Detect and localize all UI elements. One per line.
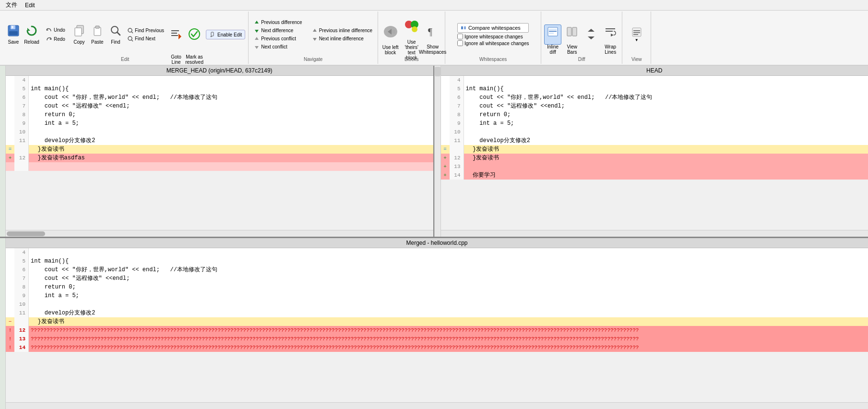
copy-label: Copy — [73, 39, 84, 45]
table-row: 10 — [441, 128, 868, 136]
redo-button[interactable]: Redo — [43, 35, 68, 44]
table-row — [6, 162, 433, 171]
prev-inline-diff-button[interactable]: Previous inline difference — [309, 27, 375, 35]
inline-diff-label: Inline diff — [547, 44, 559, 55]
table-row: 8 return 0; — [6, 283, 868, 291]
table-row: + 12 }发奋读书 — [441, 154, 868, 162]
merged-panel: Merged - helloworld.cpp 4 5 — [0, 238, 868, 409]
find-icon — [109, 24, 122, 39]
table-row: 4 — [6, 76, 433, 84]
redo-icon — [46, 36, 52, 43]
merged-scrollbar-h[interactable] — [6, 402, 868, 409]
find-button[interactable]: Find — [107, 24, 124, 45]
ignore-ws-checkbox[interactable] — [457, 34, 463, 39]
view-bars-button[interactable]: View Bars — [563, 24, 581, 45]
reload-button[interactable]: Reload — [23, 24, 40, 45]
diff-group-label: Diff — [544, 57, 619, 62]
table-row: 8 return 0; — [441, 110, 868, 119]
show-whitespaces-label: Show Whitespaces — [419, 44, 446, 55]
right-scrollbar-h[interactable] — [441, 230, 868, 237]
paste-button[interactable]: Paste — [89, 24, 106, 45]
find-prev-button[interactable]: Find Previous — [125, 27, 166, 35]
inline-diff-button[interactable]: Inline diff — [544, 24, 561, 45]
prev-conflict-icon — [254, 36, 260, 42]
left-panel-header: MERGE_HEAD (origin/HEAD, 637c2149) — [6, 66, 433, 76]
merged-left-margin — [0, 238, 6, 409]
next-inline-icon — [312, 36, 318, 42]
mark-resolved-button[interactable]: Mark as resolved — [186, 24, 203, 45]
svg-line-12 — [117, 32, 120, 35]
goto-icon — [168, 4, 184, 54]
undo-button[interactable]: Undo — [43, 26, 68, 35]
table-row: 9 int a = 5; — [441, 119, 868, 128]
next-conflict-button[interactable]: Next conflict — [251, 43, 304, 51]
find-next-button[interactable]: Find Next — [125, 35, 166, 43]
svg-rect-41 — [549, 33, 554, 34]
enable-edit-button[interactable]: Enable Edit — [206, 30, 245, 39]
show-whitespaces-button[interactable]: ¶ Show Whitespaces — [424, 24, 441, 45]
save-icon — [7, 24, 20, 39]
save-button[interactable]: Save — [5, 24, 22, 45]
table-row: = }发奋读书 — [441, 145, 868, 154]
goto-line-button[interactable]: Goto Line — [167, 24, 185, 45]
enable-edit-label: Enable Edit — [217, 32, 242, 37]
svg-point-21 — [189, 29, 200, 39]
ignore-all-ws-checkbox[interactable] — [457, 40, 463, 46]
use-left-block-button[interactable]: Use left block — [382, 24, 399, 45]
edit-group-label: Edit — [5, 57, 245, 62]
compare-whitespaces-button[interactable]: Compare whitespaces — [457, 23, 529, 33]
svg-marker-48 — [611, 34, 614, 36]
prev-conflict-button[interactable]: Previous conflict — [251, 35, 304, 43]
ignore-all-ws-option[interactable]: Ignore all whitespace changes — [457, 40, 529, 46]
left-scrollbar-h[interactable] — [6, 230, 433, 237]
table-row: 11 develop分支修改2 — [6, 309, 868, 317]
menu-edit[interactable]: Edit — [21, 1, 39, 10]
svg-rect-37 — [464, 26, 466, 29]
svg-rect-42 — [567, 27, 571, 36]
table-row: 7 cout << "远程修改" <<endl; — [441, 102, 868, 110]
merged-header: Merged - helloworld.cpp — [6, 238, 868, 248]
table-row: 11 develop分支修改2 — [6, 136, 433, 145]
prev-diff-button[interactable]: Previous difference — [251, 19, 304, 26]
whitespace-options: Compare whitespaces Ignore whitespace ch… — [457, 23, 529, 46]
navigate-group-inner: Previous difference Next difference Prev… — [251, 13, 375, 56]
left-panel-body[interactable]: 4 5 int main(){ 6 cout << "你好，世界,world" … — [6, 76, 433, 230]
inline-navigate-buttons: Previous inline difference Next inline d… — [309, 27, 375, 43]
navigate-buttons: Previous difference Next difference Prev… — [251, 19, 304, 51]
view-dropdown-arrow: ▼ — [635, 38, 639, 42]
blocks-group-inner: Use left block Use 'theirs' text block — [382, 13, 441, 56]
table-row: ! 12 ???????????????????????????????????… — [6, 326, 868, 335]
table-row: 5 int main(){ — [6, 257, 868, 265]
wrap-lines-button[interactable]: Wrap Lines — [602, 24, 619, 45]
svg-rect-31 — [392, 30, 395, 34]
left-panel: MERGE_HEAD (origin/HEAD, 637c2149) 4 5 i… — [6, 66, 434, 237]
merged-body[interactable]: 4 5 int main(){ 6 — [6, 248, 868, 402]
toolbar-view-group: ▼ View — [622, 12, 651, 64]
v-scroll-thumb[interactable] — [435, 67, 440, 76]
table-row: 7 cout << "远程修改" <<endl; — [6, 274, 868, 283]
right-panel-body[interactable]: 4 5 int main(){ 6 cout << "你好，世界,world" … — [441, 76, 868, 230]
left-scroll-thumb[interactable] — [7, 231, 45, 236]
svg-rect-36 — [461, 26, 463, 29]
table-row: 5 int main(){ — [441, 84, 868, 93]
svg-marker-25 — [255, 37, 259, 40]
copy-button[interactable]: Copy — [71, 24, 88, 45]
ignore-ws-changes-option[interactable]: Ignore whitespace changes — [457, 34, 529, 39]
view-options-button[interactable]: ▼ — [628, 24, 645, 45]
next-diff-button[interactable]: Next difference — [251, 27, 304, 35]
pencil-icon — [209, 31, 216, 38]
next-inline-diff-button[interactable]: Next inline difference — [309, 35, 375, 43]
diff-more-button[interactable] — [583, 24, 600, 45]
table-row: 8 return 0; — [6, 110, 433, 119]
find-label: Find — [111, 39, 120, 45]
svg-marker-45 — [588, 36, 595, 39]
use-theirs-button[interactable]: Use 'theirs' text block — [403, 24, 420, 45]
table-row: − }发奋读书 — [6, 317, 868, 326]
svg-marker-24 — [255, 30, 259, 33]
table-row: + 12 }发奋读书asdfas — [6, 154, 433, 162]
use-left-label: Use left block — [382, 45, 399, 55]
menu-file[interactable]: 文件 — [2, 0, 21, 10]
center-scrollbar-v[interactable] — [434, 66, 441, 237]
svg-marker-28 — [313, 38, 317, 41]
use-theirs-icon — [404, 9, 420, 39]
